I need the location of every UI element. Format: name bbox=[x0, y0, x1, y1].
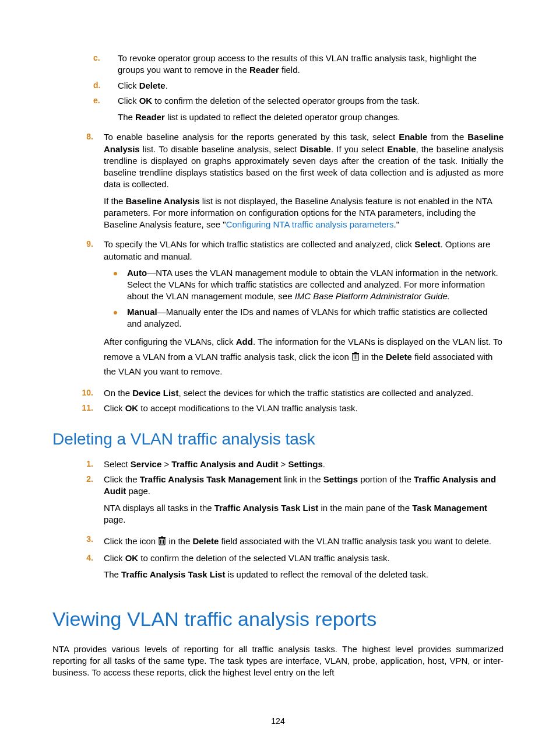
substep-label: c. bbox=[93, 52, 118, 76]
step-9: 9. To specify the VLANs for which traffi… bbox=[52, 239, 504, 383]
text: page. bbox=[104, 514, 126, 524]
viewing-intro: NTA provides various levels of reporting… bbox=[52, 643, 504, 679]
text: Click bbox=[104, 553, 125, 563]
trash-icon bbox=[158, 536, 166, 545]
trash-icon bbox=[351, 352, 360, 361]
text: > bbox=[278, 459, 288, 469]
svg-rect-10 bbox=[159, 537, 166, 538]
text: If the bbox=[104, 196, 126, 206]
page-number: 124 bbox=[0, 716, 556, 727]
substep-label: d. bbox=[93, 80, 118, 92]
bold: Settings bbox=[288, 459, 323, 469]
del-step-3: 3. Click the icon in the Delete field as… bbox=[52, 534, 504, 549]
link-configuring-nta[interactable]: Configuring NTA traffic analysis paramet… bbox=[226, 219, 394, 229]
bullet-list: ● Auto—NTA uses the VLAN management modu… bbox=[104, 267, 504, 330]
del-step-2: 2. Click the Traffic Analysis Task Manag… bbox=[52, 474, 504, 530]
text: NTA displays all tasks in the bbox=[104, 503, 214, 513]
bold: Service bbox=[131, 459, 161, 469]
bold: Task Management bbox=[412, 503, 487, 513]
substep-e: e. Click OK to confirm the deletion of t… bbox=[93, 95, 504, 128]
text: Click bbox=[118, 96, 139, 106]
substep-d: d. Click Delete. bbox=[93, 80, 504, 92]
bold: Device List bbox=[132, 388, 178, 398]
substep-c: c. To revoke operator group access to th… bbox=[93, 52, 504, 76]
step-11: 11. Click OK to accept modifications to … bbox=[52, 402, 504, 414]
step-number: 10. bbox=[52, 387, 104, 399]
step-number: 1. bbox=[52, 459, 104, 470]
text: in the bbox=[362, 352, 386, 362]
bold: Traffic Analysis Task Management bbox=[140, 474, 281, 484]
bold: Disable bbox=[300, 144, 331, 154]
text: to confirm the deletion of the selected … bbox=[152, 96, 420, 106]
text: portion of the bbox=[358, 474, 414, 484]
text: Click bbox=[118, 80, 139, 90]
bold: Traffic Analysis Task List bbox=[121, 569, 225, 579]
svg-rect-5 bbox=[354, 352, 357, 353]
step-number: 4. bbox=[52, 552, 104, 586]
document-page: c. To revoke operator group access to th… bbox=[0, 0, 556, 756]
bold: Auto bbox=[127, 268, 147, 278]
text: On the bbox=[104, 388, 132, 398]
text: To enable baseline analysis for the repo… bbox=[104, 132, 399, 142]
del-step-1: 1. Select Service > Traffic Analysis and… bbox=[52, 459, 504, 470]
text: . bbox=[166, 80, 168, 90]
bold: Enable bbox=[387, 144, 416, 154]
text: to accept modifications to the VLAN traf… bbox=[138, 403, 358, 413]
text: to confirm the deletion of the selected … bbox=[138, 553, 390, 563]
text: from the bbox=[427, 132, 467, 142]
text: After configuring the VLANs, click bbox=[104, 337, 236, 346]
text: page. bbox=[126, 486, 150, 496]
bold: Reader bbox=[249, 65, 279, 75]
text: —Manually enter the IDs and names of VLA… bbox=[127, 307, 487, 328]
text: . bbox=[323, 459, 325, 469]
bullet-manual: ● Manual—Manually enter the IDs and name… bbox=[104, 306, 504, 330]
italic: IMC Base Platform Administrator Guide. bbox=[295, 291, 450, 301]
text: link in the bbox=[281, 474, 323, 484]
text: Click bbox=[104, 403, 125, 413]
bold: OK bbox=[139, 96, 153, 106]
step-number: 3. bbox=[52, 534, 104, 549]
text: To specify the VLANs for which traffic s… bbox=[104, 239, 414, 249]
bold: Delete bbox=[139, 80, 166, 90]
bold: Manual bbox=[127, 307, 157, 317]
bold: Delete bbox=[386, 352, 412, 362]
text: ." bbox=[394, 219, 400, 229]
text: Click the bbox=[104, 474, 140, 484]
svg-rect-4 bbox=[352, 353, 359, 354]
bold: Delete bbox=[192, 536, 219, 546]
bold: Enable bbox=[399, 132, 427, 142]
step-number: 11. bbox=[52, 402, 104, 414]
bold: Traffic Analysis Task List bbox=[214, 503, 318, 513]
text: field. bbox=[279, 65, 300, 75]
heading-viewing: Viewing VLAN traffic analysis reports bbox=[52, 606, 504, 633]
text: is updated to reflect the removal of the… bbox=[225, 569, 428, 579]
step-10: 10. On the Device List, select the devic… bbox=[52, 387, 504, 399]
bullet-dot: ● bbox=[104, 306, 127, 330]
bold: Select bbox=[414, 239, 440, 249]
bold: OK bbox=[125, 403, 139, 413]
text: Select bbox=[104, 459, 131, 469]
text: field associated with the VLAN traffic a… bbox=[219, 536, 491, 546]
bullet-dot: ● bbox=[104, 267, 127, 303]
text: . If you select bbox=[331, 144, 387, 154]
text: in the main pane of the bbox=[318, 503, 412, 513]
substeps-block: c. To revoke operator group access to th… bbox=[52, 52, 504, 128]
svg-rect-11 bbox=[161, 537, 163, 538]
heading-deleting: Deleting a VLAN traffic analysis task bbox=[52, 428, 504, 450]
bullet-auto: ● Auto—NTA uses the VLAN management modu… bbox=[104, 267, 504, 303]
del-step-4: 4. Click OK to confirm the deletion of t… bbox=[52, 552, 504, 586]
substep-label: e. bbox=[93, 95, 118, 128]
text: in the bbox=[169, 536, 193, 546]
bold: Add bbox=[236, 337, 253, 346]
step-number: 8. bbox=[52, 131, 104, 235]
text: list. To disable baseline analysis, sele… bbox=[140, 144, 300, 154]
step-8: 8. To enable baseline analysis for the r… bbox=[52, 131, 504, 235]
bold: Settings bbox=[323, 474, 358, 484]
bold: Reader bbox=[135, 112, 165, 122]
bold: Traffic Analysis and Audit bbox=[171, 459, 278, 469]
text: Click the icon bbox=[104, 536, 158, 546]
step-number: 9. bbox=[52, 239, 104, 383]
text: The bbox=[118, 112, 135, 122]
step-number: 2. bbox=[52, 474, 104, 530]
bold: OK bbox=[125, 553, 139, 563]
